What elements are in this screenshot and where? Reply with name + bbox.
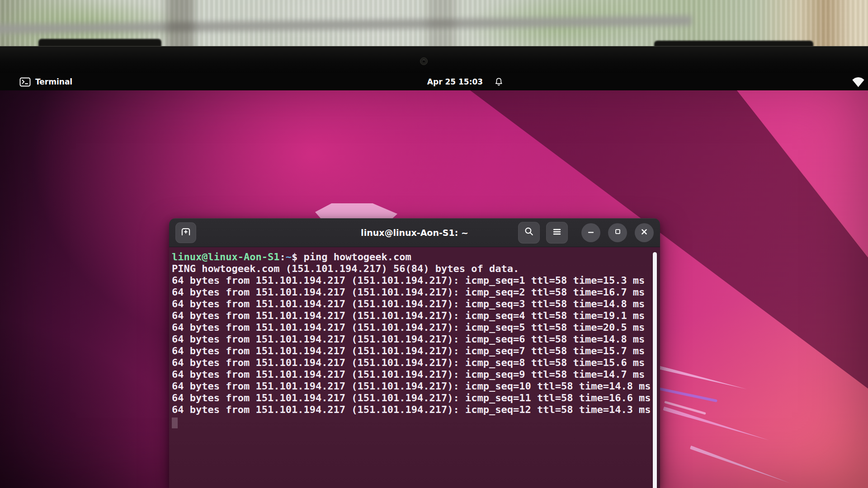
maximize-button[interactable]	[608, 223, 627, 242]
typed-command: ping howtogeek.com	[303, 251, 411, 263]
terminal-content[interactable]: linux@linux-Aon-S1:~$ ping howtogeek.com…	[169, 247, 660, 488]
search-button[interactable]	[518, 222, 540, 244]
ping-output-line: 64 bytes from 151.101.194.217 (151.101.1…	[172, 310, 660, 322]
system-status-area[interactable]	[851, 73, 865, 90]
terminal-cursor	[172, 418, 178, 428]
clock-label: Apr 25 15:03	[427, 77, 483, 86]
prompt-user-host: linux@linux-Aon-S1	[172, 251, 279, 263]
close-button[interactable]	[635, 223, 654, 242]
ping-output-line: 64 bytes from 151.101.194.217 (151.101.1…	[172, 275, 660, 286]
prompt-separator: :	[279, 251, 285, 263]
ping-output-line: 64 bytes from 151.101.194.217 (151.101.1…	[172, 286, 660, 298]
ping-output-line: 64 bytes from 151.101.194.217 (151.101.1…	[172, 404, 660, 416]
minimize-button[interactable]	[581, 223, 600, 242]
maximize-icon	[613, 227, 623, 238]
focused-app-label: Terminal	[35, 77, 72, 86]
window-frame-bar	[166, 0, 194, 46]
bell-icon	[494, 77, 504, 87]
prompt-suffix: $	[292, 251, 304, 263]
clock-menu[interactable]: Apr 25 15:03	[427, 73, 504, 90]
wifi-icon	[851, 76, 865, 88]
menu-button[interactable]	[546, 222, 568, 244]
ping-output-line: 64 bytes from 151.101.194.217 (151.101.1…	[172, 380, 660, 392]
wallpaper-blade	[663, 406, 770, 442]
terminal-scrollbar[interactable]	[653, 252, 657, 488]
terminal-headerbar[interactable]: linux@linux-Aon-S1: ~	[169, 218, 660, 247]
gnome-top-bar: Terminal Apr 25 15:03	[0, 73, 868, 90]
terminal-window: linux@linux-Aon-S1: ~	[169, 218, 660, 488]
prompt-line: linux@linux-Aon-S1:~$ ping howtogeek.com	[172, 251, 660, 263]
webcam	[420, 57, 428, 65]
ping-output-line: 64 bytes from 151.101.194.217 (151.101.1…	[172, 322, 660, 333]
terminal-app-icon	[19, 77, 31, 87]
ping-header-line: PING howtogeek.com (151.101.194.217) 56(…	[172, 263, 660, 275]
ubuntu-desktop: Terminal Apr 25 15:03	[0, 73, 868, 488]
window-frame-bar	[427, 0, 455, 46]
terminal-output: 64 bytes from 151.101.194.217 (151.101.1…	[172, 275, 660, 416]
terminal-title: linux@linux-Aon-S1: ~	[361, 228, 468, 238]
ping-output-line: 64 bytes from 151.101.194.217 (151.101.1…	[172, 333, 660, 345]
ping-output-line: 64 bytes from 151.101.194.217 (151.101.1…	[172, 392, 660, 404]
minimize-icon	[586, 227, 596, 239]
laptop-bezel	[0, 46, 868, 73]
close-icon	[639, 227, 649, 239]
focused-app-indicator[interactable]: Terminal	[19, 73, 72, 90]
new-tab-button[interactable]	[175, 222, 196, 243]
ping-output-line: 64 bytes from 151.101.194.217 (151.101.1…	[172, 369, 660, 380]
new-tab-icon	[180, 226, 192, 239]
prompt-cwd: ~	[286, 251, 292, 263]
search-icon	[524, 226, 535, 239]
ping-output-line: 64 bytes from 151.101.194.217 (151.101.1…	[172, 298, 660, 310]
wallpaper-blade	[655, 387, 717, 403]
laptop-photo: Terminal Apr 25 15:03	[0, 0, 868, 488]
wallpaper-blade	[690, 445, 791, 485]
wallpaper-blade	[664, 401, 706, 415]
ping-output-line: 64 bytes from 151.101.194.217 (151.101.1…	[172, 345, 660, 357]
wallpaper-blade	[656, 365, 747, 391]
ping-output-line: 64 bytes from 151.101.194.217 (151.101.1…	[172, 357, 660, 369]
hamburger-menu-icon	[552, 226, 562, 239]
